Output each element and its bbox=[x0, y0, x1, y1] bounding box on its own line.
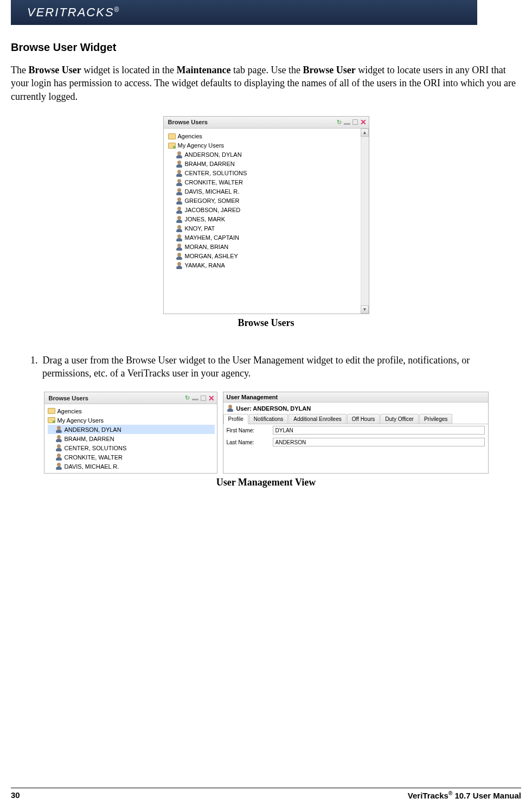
tree-user-item[interactable]: DAVIS, MICHAEL R. bbox=[48, 462, 215, 471]
user-icon bbox=[55, 426, 62, 433]
user-icon bbox=[176, 262, 183, 269]
tree-user-item[interactable]: CRONKITE, WALTER bbox=[48, 452, 215, 462]
tree-user-label: DAVIS, MICHAEL R. bbox=[65, 463, 119, 470]
widget-title-text: Browse Users bbox=[168, 119, 208, 125]
tree-folder-my-agency[interactable]: My Agency Users bbox=[168, 141, 367, 150]
tree-user-item[interactable]: JONES, MARK bbox=[168, 215, 367, 224]
user-icon bbox=[176, 151, 183, 158]
tab-off-hours[interactable]: Off Hours bbox=[347, 414, 380, 424]
user-icon bbox=[176, 207, 183, 214]
tree-user-item[interactable]: DAVIS, MICHAEL R. bbox=[168, 187, 367, 196]
tree-label: My Agency Users bbox=[57, 417, 104, 424]
user-icon bbox=[176, 161, 183, 168]
tab-strip: ProfileNotificationsAdditional Enrollees… bbox=[223, 414, 488, 424]
user-icon bbox=[176, 234, 183, 241]
tree-user-label: BRAHM, DARREN bbox=[65, 436, 114, 442]
current-user-row: User: ANDERSON, DYLAN bbox=[223, 403, 488, 414]
widget-titlebar[interactable]: Browse Users ✕ bbox=[44, 392, 217, 404]
tree-user-item[interactable]: ANDERSON, DYLAN bbox=[48, 425, 215, 434]
tab-profile[interactable]: Profile bbox=[223, 414, 248, 424]
close-icon[interactable]: ✕ bbox=[360, 118, 367, 126]
tab-duty-officer[interactable]: Duty Officer bbox=[380, 414, 419, 424]
section-title: Browse User Widget bbox=[11, 41, 521, 54]
last-name-field[interactable] bbox=[273, 438, 485, 446]
figure-caption: User Management View bbox=[216, 477, 316, 488]
first-name-field[interactable] bbox=[273, 426, 485, 435]
tree-user-item[interactable]: ANDERSON, DYLAN bbox=[168, 150, 367, 159]
tree-user-label: ANDERSON, DYLAN bbox=[65, 426, 121, 433]
tree-user-label: MORGAN, ASHLEY bbox=[185, 253, 238, 259]
folder-icon bbox=[168, 133, 176, 139]
tree-user-item[interactable]: JACOBSON, JARED bbox=[168, 206, 367, 215]
tree-user-item[interactable]: BRAHM, DARREN bbox=[48, 434, 215, 443]
tab-notifications[interactable]: Notifications bbox=[249, 414, 288, 424]
tree-user-item[interactable]: CRONKITE, WALTER bbox=[168, 178, 367, 187]
tree-user-label: CENTER, SOLUTIONS bbox=[65, 445, 127, 451]
first-name-row: First Name: bbox=[223, 424, 488, 436]
tree-user-item[interactable]: BRAHM, DARREN bbox=[168, 159, 367, 169]
tree-label: My Agency Users bbox=[178, 142, 225, 149]
last-name-row: Last Name: bbox=[223, 436, 488, 448]
tree-user-item[interactable]: CENTER, SOLUTIONS bbox=[48, 443, 215, 452]
last-name-label: Last Name: bbox=[227, 439, 273, 445]
tree-user-item[interactable]: CENTER, SOLUTIONS bbox=[168, 169, 367, 178]
widget-titlebar[interactable]: Browse Users ✕ bbox=[164, 117, 369, 129]
scroll-down-icon[interactable]: ▼ bbox=[361, 305, 369, 314]
folder-icon bbox=[48, 408, 55, 414]
header-logo-bar: VERITRACKS® bbox=[11, 0, 477, 25]
close-icon[interactable]: ✕ bbox=[208, 394, 215, 402]
intro-paragraph: The Browse User widget is located in the… bbox=[11, 63, 521, 103]
page-number: 30 bbox=[11, 790, 20, 800]
figure-caption: Browse Users bbox=[238, 317, 294, 329]
minimize-icon[interactable] bbox=[192, 399, 198, 400]
tree-user-item[interactable]: GREGORY, SOMER bbox=[168, 196, 367, 206]
tree-user-label: CRONKITE, WALTER bbox=[185, 179, 243, 186]
tree-user-label: BRAHM, DARREN bbox=[185, 161, 235, 167]
page-footer: 30 VeriTracks® 10.7 User Manual bbox=[11, 788, 521, 800]
user-icon bbox=[176, 216, 183, 223]
user-icon bbox=[176, 253, 183, 260]
maximize-icon[interactable] bbox=[201, 395, 206, 401]
widget-title-text: Browse Users bbox=[49, 395, 88, 401]
browse-users-widget: Browse Users ✕ Agencies My Agency Users bbox=[163, 116, 369, 314]
tree-user-label: JACOBSON, JARED bbox=[185, 207, 241, 213]
tree-user-item[interactable]: KNOY, PAT bbox=[168, 224, 367, 233]
maximize-icon[interactable] bbox=[352, 119, 358, 125]
tree-user-label: ANDERSON, DYLAN bbox=[185, 151, 242, 158]
user-icon bbox=[227, 405, 234, 412]
tree-user-label: MAYHEM, CAPTAIN bbox=[185, 234, 239, 241]
logo-text: VERITRACKS® bbox=[27, 5, 120, 20]
tree-user-label: MORAN, BRIAN bbox=[185, 244, 229, 250]
scroll-up-icon[interactable]: ▲ bbox=[361, 129, 369, 137]
user-icon bbox=[55, 435, 62, 442]
footer-product: VeriTracks® 10.7 User Manual bbox=[408, 790, 521, 800]
scrollbar[interactable]: ▲ ▼ bbox=[361, 129, 369, 314]
tree-user-item[interactable]: MORAN, BRIAN bbox=[168, 242, 367, 252]
tree-label: Agencies bbox=[57, 408, 82, 414]
tree-user-label: CENTER, SOLUTIONS bbox=[185, 170, 247, 176]
user-icon bbox=[55, 463, 62, 470]
user-icon bbox=[176, 225, 183, 232]
browse-users-widget-small: Browse Users ✕ Agencies My bbox=[44, 392, 217, 474]
tree-user-label: YAMAK, RANA bbox=[185, 262, 225, 269]
tree-user-label: KNOY, PAT bbox=[185, 225, 215, 232]
refresh-icon[interactable] bbox=[337, 119, 342, 126]
minimize-icon[interactable] bbox=[344, 123, 350, 125]
user-icon bbox=[176, 179, 183, 186]
refresh-icon[interactable] bbox=[185, 394, 190, 401]
tree-folder-agencies[interactable]: Agencies bbox=[168, 132, 367, 141]
tab-privileges[interactable]: Privileges bbox=[419, 414, 452, 424]
widget-titlebar[interactable]: User Management bbox=[223, 392, 488, 403]
tree-user-item[interactable]: MAYHEM, CAPTAIN bbox=[168, 233, 367, 242]
tree-user-item[interactable]: YAMAK, RANA bbox=[168, 261, 367, 270]
folder-open-icon bbox=[168, 143, 176, 149]
user-icon bbox=[176, 170, 183, 177]
tree-user-label: DAVIS, MICHAEL R. bbox=[185, 188, 240, 195]
user-icon bbox=[176, 244, 183, 251]
tab-additional-enrollees[interactable]: Additional Enrollees bbox=[289, 414, 346, 424]
tree-folder-my-agency[interactable]: My Agency Users bbox=[48, 416, 215, 425]
tree-user-item[interactable]: MORGAN, ASHLEY bbox=[168, 252, 367, 261]
tree-user-label: GREGORY, SOMER bbox=[185, 197, 240, 204]
folder-open-icon bbox=[48, 417, 55, 423]
tree-folder-agencies[interactable]: Agencies bbox=[48, 406, 215, 416]
